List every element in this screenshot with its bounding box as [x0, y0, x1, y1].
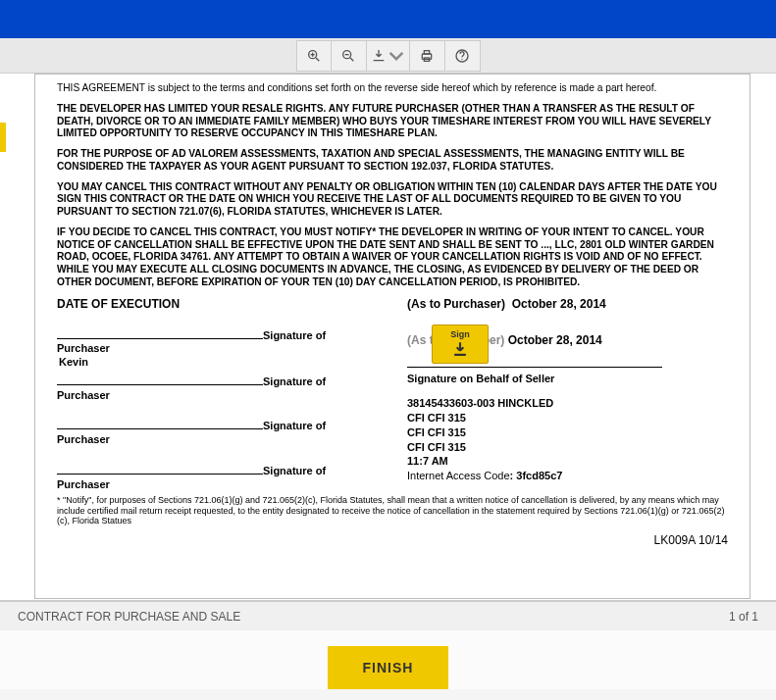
sign-arrow-icon: [450, 339, 470, 359]
purchaser-date: October 28, 2014: [512, 297, 606, 311]
cancellation-window-clause: YOU MAY CANCEL THIS CONTRACT WITHOUT ANY…: [57, 181, 728, 219]
status-bar: CONTRACT FOR PURCHASE AND SALE 1 of 1: [0, 601, 776, 630]
print-icon: [419, 48, 435, 64]
document-viewer: THIS AGREEMENT is subject to the terms a…: [0, 74, 776, 601]
access-code-value: 3fcd85c7: [516, 470, 562, 481]
finish-bar: FINISH: [0, 630, 776, 689]
download-icon: [371, 48, 387, 64]
agreement-intro-text: THIS AGREEMENT is subject to the terms a…: [57, 82, 728, 95]
developer-date: October 28, 2014: [508, 333, 602, 347]
svg-line-5: [350, 58, 353, 61]
svg-rect-8: [424, 50, 429, 53]
signature-line-3[interactable]: [57, 416, 263, 429]
signature-line-4[interactable]: [57, 461, 263, 475]
zoom-in-icon: [306, 48, 322, 64]
cfi-line-3: CFI CFI 315: [407, 440, 728, 455]
zoom-out-icon: [340, 48, 356, 64]
purchaser-name: Kevin: [59, 356, 378, 370]
svg-point-11: [461, 58, 462, 59]
access-code-label: Internet Access Code: [407, 470, 510, 481]
document-title: CONTRACT FOR PURCHASE AND SALE: [18, 610, 240, 624]
finish-button[interactable]: FINISH: [328, 646, 449, 689]
signature-area: DATE OF EXECUTION Signature of Purchaser…: [57, 297, 728, 492]
seller-signature-label: Signature on Behalf of Seller: [407, 373, 728, 386]
viewer-toolbar: [0, 38, 776, 74]
help-icon: [454, 48, 470, 64]
page-navigator-tab[interactable]: [0, 123, 6, 152]
timestamp: 11:7 AM: [407, 454, 728, 469]
cfi-line-2: CFI CFI 315: [407, 425, 728, 440]
form-code: LK009A 10/14: [57, 533, 728, 548]
notify-footnote: * "Notify", for purposes of Sections 721…: [57, 495, 728, 525]
svg-line-1: [316, 58, 319, 61]
reference-number: 38145433603-003 HINCKLED: [407, 396, 728, 411]
taxation-clause: FOR THE PURPOSE OF AD VALOREM ASSESSMENT…: [57, 148, 728, 174]
execution-date-label: DATE OF EXECUTION: [57, 297, 378, 312]
zoom-out-button[interactable]: [332, 40, 367, 72]
page-indicator: 1 of 1: [729, 610, 758, 624]
signature-line-1[interactable]: [57, 325, 263, 339]
document-page: THIS AGREEMENT is subject to the terms a…: [34, 74, 750, 599]
zoom-in-button[interactable]: [296, 40, 332, 72]
help-button[interactable]: [445, 40, 481, 72]
as-to-purchaser-label: (As to Purchaser): [407, 297, 505, 311]
resale-rights-clause: THE DEVELOPER HAS LIMITED YOUR RESALE RI…: [57, 103, 728, 140]
chevron-down-icon: [388, 48, 404, 64]
download-button[interactable]: [367, 40, 410, 72]
sign-callout-label: Sign: [450, 329, 470, 339]
cancellation-notice-clause: IF YOU DECIDE TO CANCEL THIS CONTRACT, Y…: [57, 226, 728, 289]
app-header-bar: [0, 0, 776, 38]
signature-line-2[interactable]: [57, 372, 263, 385]
sign-here-callout[interactable]: Sign: [432, 325, 489, 364]
print-button[interactable]: [410, 40, 445, 72]
purchaser-signature-column: DATE OF EXECUTION Signature of Purchaser…: [57, 297, 378, 492]
cfi-line-1: CFI CFI 315: [407, 411, 728, 425]
